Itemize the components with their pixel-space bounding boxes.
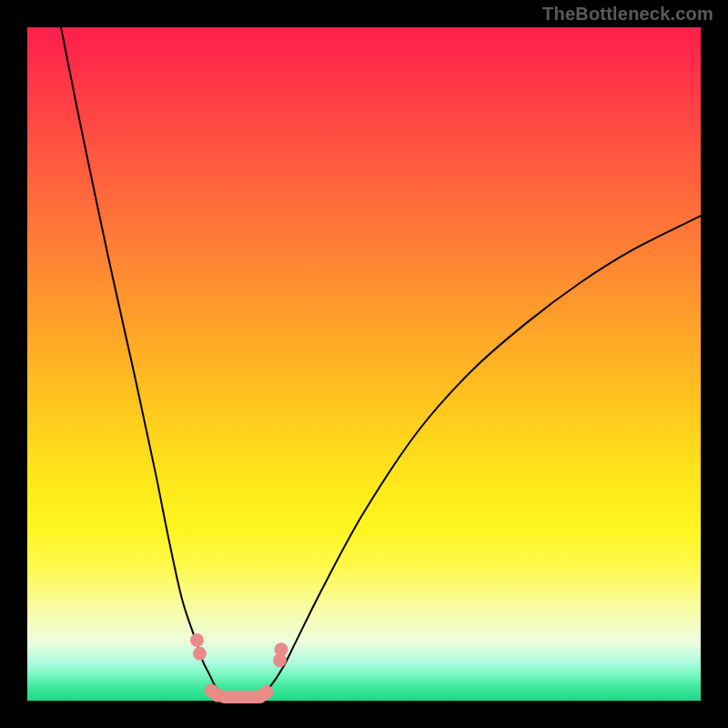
curve-left-branch <box>61 27 236 701</box>
trough-marker-dot <box>193 647 207 661</box>
chart-svg <box>27 27 701 701</box>
chart-stage: TheBottleneck.com <box>0 0 728 728</box>
trough-marker-dot <box>190 633 204 647</box>
trough-marker-dot <box>274 642 288 656</box>
curve-right-branch <box>257 216 701 701</box>
plot-area <box>27 27 701 701</box>
trough-markers <box>190 633 288 703</box>
watermark-text: TheBottleneck.com <box>542 4 713 25</box>
trough-marker-bar <box>217 691 266 703</box>
